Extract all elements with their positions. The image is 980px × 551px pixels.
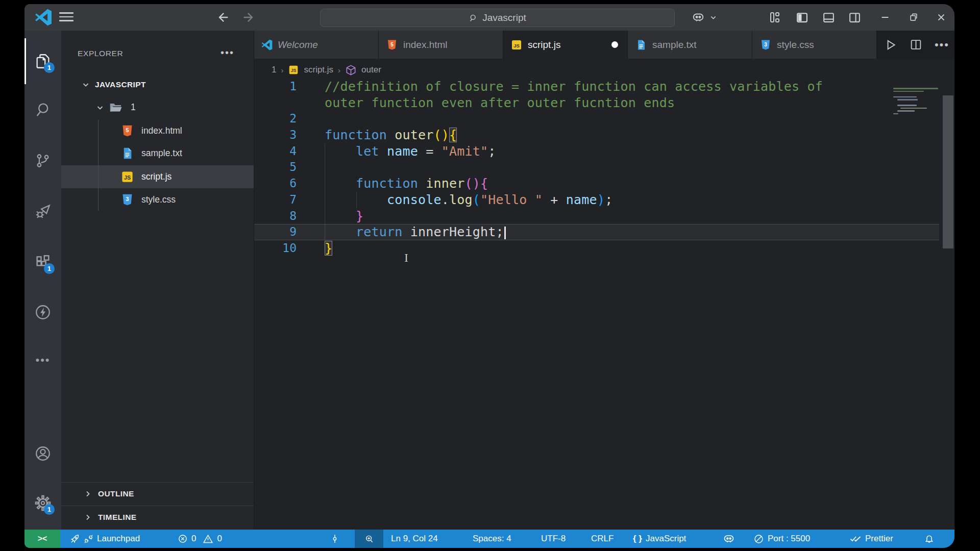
tab-label: sample.txt	[652, 39, 697, 51]
line-number: 6	[254, 176, 297, 192]
source-control-icon[interactable]	[34, 152, 52, 169]
outline-section-header[interactable]: OUTLINE	[61, 482, 254, 505]
settings-gear-icon[interactable]: 1	[34, 494, 52, 512]
account-icon[interactable]	[34, 445, 52, 462]
customize-layout-icon[interactable]	[766, 9, 783, 26]
svg-text:JS: JS	[124, 174, 131, 181]
indent-guide	[325, 143, 325, 240]
file-row-sample-txt[interactable]: sample.txt	[61, 142, 254, 165]
restore-button[interactable]	[905, 9, 922, 26]
folder-open-icon	[108, 100, 124, 115]
code-editor[interactable]: 1//definition of closure = inner functio…	[254, 79, 939, 257]
spaces-label: Spaces: 4	[473, 534, 511, 544]
breadcrumb-symbol[interactable]: outer	[361, 65, 381, 75]
close-button[interactable]	[933, 9, 950, 26]
thunder-client-icon[interactable]	[34, 304, 52, 321]
eol-sequence[interactable]: CRLF	[591, 530, 614, 548]
breadcrumb-file[interactable]: script.js	[304, 65, 333, 75]
chevron-down-icon[interactable]	[704, 9, 722, 26]
code-lines: 1//definition of closure = inner functio…	[254, 79, 939, 257]
extensions-badge: 1	[44, 263, 55, 274]
encoding[interactable]: UTF-8	[541, 530, 566, 548]
vscode-logo-icon	[261, 39, 273, 51]
formatter-label: Prettier	[865, 534, 893, 544]
indent-guide	[356, 192, 357, 208]
chevron-right-icon	[84, 490, 92, 498]
toggle-secondary-sidebar-icon[interactable]	[846, 9, 863, 26]
folder-row[interactable]: 1	[61, 96, 254, 119]
notifications-bell-icon[interactable]	[924, 530, 935, 548]
editor-more-actions-icon[interactable]: •••	[935, 38, 949, 52]
live-server-port[interactable]: Port : 5500	[753, 530, 810, 548]
run-file-icon[interactable]	[884, 38, 897, 52]
forward-arrow-icon[interactable]	[241, 10, 256, 24]
tab-welcome[interactable]: Welcome	[254, 31, 379, 59]
file-label: index.html	[141, 126, 182, 136]
extensions-icon[interactable]: 1	[34, 254, 52, 271]
minimap[interactable]	[893, 88, 940, 119]
code-row[interactable]: outer function even after outer fucntion…	[254, 95, 939, 111]
line-number: 2	[254, 111, 297, 127]
search-view-icon[interactable]	[34, 101, 52, 118]
settings-badge: 1	[44, 504, 55, 515]
file-row-script-js[interactable]: JS script.js	[61, 165, 254, 188]
tab-label: script.js	[528, 39, 560, 51]
explorer-icon[interactable]: 1	[34, 53, 52, 70]
sidebar-more-actions-icon[interactable]: •••	[220, 47, 234, 59]
workspace-row[interactable]: JAVASCRIPT	[61, 73, 254, 96]
unsaved-dot-icon[interactable]	[611, 41, 618, 48]
code-row[interactable]: 7 console.log("Hello " + name);	[254, 192, 939, 208]
more-views-icon[interactable]: •••	[34, 354, 52, 371]
tab-script-js[interactable]: JS script.js	[503, 31, 628, 59]
file-row-index-html[interactable]: 5 index.html	[61, 119, 254, 142]
back-arrow-icon[interactable]	[216, 10, 230, 24]
svg-text:3: 3	[126, 196, 129, 202]
code-row[interactable]: 5	[254, 159, 939, 176]
language-mode[interactable]: { } JavaScript	[633, 530, 686, 548]
tab-sample-txt[interactable]: sample.txt	[628, 31, 752, 59]
timeline-section-header[interactable]: TIMELINE	[61, 506, 254, 529]
copilot-status-icon[interactable]	[723, 530, 735, 548]
code-row[interactable]: 10}	[254, 240, 939, 257]
breadcrumb[interactable]: 1 › JS script.js › outer	[254, 59, 954, 81]
tab-style-css[interactable]: 3 style.css	[752, 31, 877, 59]
chevron-down-icon	[82, 81, 90, 89]
minimize-button[interactable]	[876, 9, 894, 26]
code-row[interactable]: 3function outer(){	[254, 127, 939, 143]
command-center-search[interactable]: Javascript	[320, 9, 675, 27]
code-row[interactable]: 6 function inner(){	[254, 176, 939, 192]
plug-icon	[84, 534, 93, 544]
code-row[interactable]: 4 let name = "Amit";	[254, 143, 939, 160]
remote-indicator[interactable]: ><	[24, 530, 60, 548]
launchpad-item[interactable]: Launchpad	[69, 530, 140, 548]
formatter-status[interactable]: Prettier	[849, 530, 893, 548]
vscode-window: Javascript	[24, 4, 954, 548]
chevron-right-icon	[84, 513, 92, 521]
line-number: 10	[254, 240, 297, 257]
menu-icon[interactable]	[59, 12, 74, 22]
zoom-status-icon[interactable]	[355, 530, 383, 548]
split-editor-icon[interactable]	[910, 38, 922, 51]
error-icon	[178, 534, 188, 544]
code-row[interactable]: 2	[254, 111, 939, 127]
title-bar: Javascript	[24, 4, 954, 31]
tab-index-html[interactable]: 5 index.html	[379, 31, 503, 59]
file-label: script.js	[141, 171, 172, 182]
run-debug-icon[interactable]	[34, 203, 52, 220]
problems-item[interactable]: 0 0	[178, 530, 222, 548]
code-row[interactable]: 1//definition of closure = inner functio…	[254, 79, 939, 95]
code-row[interactable]: 9 return innerHeight;	[254, 224, 939, 240]
html-file-icon: 5	[120, 124, 134, 138]
line-number: 9	[254, 224, 297, 240]
toggle-primary-sidebar-icon[interactable]	[793, 9, 811, 26]
editor-scrollbar[interactable]	[943, 95, 953, 248]
indentation[interactable]: Spaces: 4	[473, 530, 511, 548]
activity-bar: 1 1 •••	[24, 31, 61, 530]
cursor-position[interactable]: Ln 9, Col 24	[391, 530, 438, 548]
code-row[interactable]: 8 }	[254, 208, 939, 224]
commit-icon[interactable]	[330, 530, 340, 548]
file-row-style-css[interactable]: 3 style.css	[61, 188, 254, 211]
breadcrumb-root[interactable]: 1	[272, 65, 276, 75]
toggle-panel-icon[interactable]	[820, 9, 837, 26]
port-label: Port : 5500	[768, 534, 810, 544]
